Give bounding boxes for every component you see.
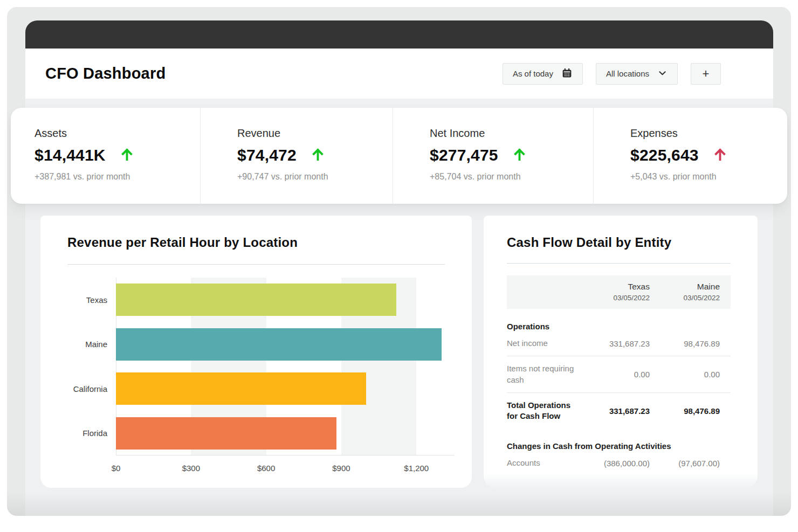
bar-row-florida: Florida: [116, 411, 446, 456]
column-date: 03/05/2022: [580, 293, 650, 303]
kpi-card-net-income: Net Income$277,475+85,704 vs. prior mont…: [393, 108, 593, 204]
kpi-card-assets: Assets$14,441K+387,981 vs. prior month: [11, 108, 200, 204]
category-label: Texas: [86, 295, 107, 305]
column-entity: Texas: [580, 281, 650, 293]
date-filter-button[interactable]: As of today: [503, 63, 583, 85]
kpi-label: Net Income: [430, 127, 588, 140]
category-label: Maine: [85, 340, 107, 349]
table-section-header: Operations: [507, 322, 731, 331]
table-section-header: Changes in Cash from Operating Activitie…: [507, 441, 731, 451]
x-axis-ticks: $0$300$600$900$1,200: [116, 464, 446, 474]
row-value: 0.00: [650, 370, 720, 379]
bar-florida[interactable]: [116, 417, 336, 450]
kpi-delta: +85,704 vs. prior month: [430, 172, 588, 182]
add-widget-button[interactable]: +: [691, 63, 721, 85]
trend-up-arrow-icon: [512, 147, 527, 164]
table-row: Items not requiring cash0.000.00: [507, 356, 731, 393]
kpi-value: $225,643: [630, 146, 699, 164]
dashboard-header: CFO Dashboard As of today: [25, 49, 773, 99]
category-label: California: [73, 384, 107, 393]
row-value: 98,476.89: [650, 406, 720, 416]
column-entity: Maine: [650, 281, 720, 293]
row-label: Accounts: [507, 458, 580, 468]
x-tick-label: $1,200: [404, 464, 429, 473]
bar-chart-plot: TexasMaineCaliforniaFlorida: [116, 278, 446, 455]
row-label: Items not requiring cash: [507, 363, 580, 385]
table-row: Accounts(386,000.00)(97,607.00): [507, 451, 731, 475]
row-value: (97,607.00): [650, 459, 720, 468]
x-tick-label: $0: [112, 464, 121, 473]
revenue-chart-panel: Revenue per Retail Hour by Location Texa…: [40, 216, 472, 488]
kpi-card-expenses: Expenses$225,643+5,043 vs. prior month: [593, 108, 787, 204]
kpi-value: $277,475: [430, 146, 498, 164]
row-value: 0.00: [580, 370, 650, 379]
cash-flow-table: Cash Flow Detail by Entity Texas03/05/20…: [484, 216, 758, 476]
row-label: Net income: [507, 338, 580, 349]
table-title: Cash Flow Detail by Entity: [507, 216, 731, 250]
bar-maine[interactable]: [116, 328, 442, 361]
kpi-card-revenue: Revenue$74,472+90,747 vs. prior month: [200, 108, 393, 204]
bar-california[interactable]: [116, 372, 366, 405]
trend-up-arrow-icon: [713, 147, 727, 164]
row-value: 98,476.89: [650, 339, 720, 348]
chart-title: Revenue per Retail Hour by Location: [67, 235, 298, 250]
bar-row-california: California: [116, 367, 446, 411]
row-value: (386,000.00): [580, 459, 650, 468]
date-filter-label: As of today: [513, 69, 553, 78]
category-label: Florida: [82, 429, 107, 438]
row-label: Total Operations for Cash Flow: [507, 400, 580, 422]
column-date: 03/05/2022: [650, 293, 720, 303]
kpi-summary-band: Assets$14,441K+387,981 vs. prior monthRe…: [11, 108, 787, 204]
trend-up-arrow-icon: [311, 147, 325, 164]
location-filter-label: All locations: [606, 69, 649, 78]
header-controls: As of today: [503, 63, 721, 85]
bar-row-maine: Maine: [116, 322, 446, 367]
table-row: Total Operations for Cash Flow331,687.23…: [507, 393, 731, 429]
kpi-delta: +90,747 vs. prior month: [237, 172, 387, 182]
window-titlebar: [25, 20, 773, 49]
kpi-label: Revenue: [237, 127, 387, 140]
page-title: CFO Dashboard: [45, 65, 166, 82]
trend-up-arrow-icon: [120, 147, 134, 164]
table-row: Net income331,687.2398,476.89: [507, 331, 731, 356]
column-header-maine: Maine03/05/2022: [650, 281, 720, 303]
kpi-label: Assets: [35, 127, 195, 140]
location-filter-dropdown[interactable]: All locations: [596, 63, 678, 85]
chart-title-divider: [67, 264, 445, 265]
calendar-icon: [561, 67, 573, 80]
kpi-label: Expenses: [630, 127, 782, 140]
app-canvas: CFO Dashboard As of today: [7, 7, 791, 516]
bar-row-texas: Texas: [116, 278, 446, 322]
table-title-divider: [507, 263, 731, 264]
plus-icon: +: [703, 67, 710, 81]
bar-texas[interactable]: [116, 284, 396, 316]
x-tick-label: $300: [182, 464, 200, 473]
kpi-value: $74,472: [237, 146, 297, 164]
kpi-value: $14,441K: [35, 146, 106, 164]
row-value: 331,687.23: [580, 406, 650, 416]
chevron-down-icon: [657, 68, 668, 80]
kpi-delta: +387,981 vs. prior month: [35, 172, 195, 182]
row-value: 331,687.23: [580, 339, 650, 348]
column-header-texas: Texas03/05/2022: [580, 281, 650, 303]
cash-flow-panel: Cash Flow Detail by Entity Texas03/05/20…: [484, 216, 758, 488]
table-header-row: Texas03/05/2022Maine03/05/2022: [507, 275, 731, 309]
x-tick-label: $600: [257, 464, 275, 473]
kpi-delta: +5,043 vs. prior month: [630, 172, 782, 182]
x-tick-label: $900: [332, 464, 350, 473]
